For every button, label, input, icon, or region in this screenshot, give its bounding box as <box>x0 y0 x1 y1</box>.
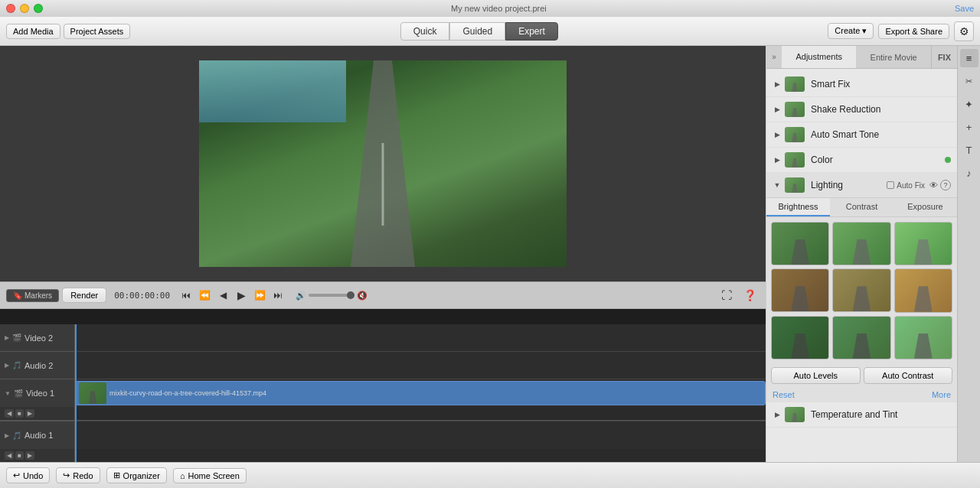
create-button[interactable]: Create ▾ <box>828 23 874 39</box>
auto-fix-checkbox[interactable] <box>887 181 894 189</box>
preset-1[interactable] <box>771 222 829 265</box>
auto-levels-button[interactable]: Auto Levels <box>771 367 861 384</box>
undo-button[interactable]: ↩ Undo <box>6 467 50 483</box>
close-button[interactable] <box>6 4 15 13</box>
expert-mode-button[interactable]: Expert <box>505 22 558 41</box>
bottombar: ↩ Undo ↪ Redo ⊞ Organizer ⌂ Home Screen <box>0 462 980 488</box>
track-label-audio2[interactable]: ▶ 🎵 Audio 2 <box>0 352 74 379</box>
project-assets-button[interactable]: Project Assets <box>64 24 131 39</box>
preset-3[interactable] <box>894 222 952 265</box>
track-label-audio1[interactable]: ▶ 🎵 Audio 1 <box>0 421 74 449</box>
audio1-sub-controls: ◀ ■ ▶ <box>0 449 74 462</box>
rewind-button[interactable]: ◀ <box>214 287 231 304</box>
guided-mode-button[interactable]: Guided <box>449 22 505 41</box>
tab-entire-movie[interactable]: Entire Movie <box>856 46 930 68</box>
expand-auto-smart-tone[interactable]: ▶ <box>773 130 782 139</box>
save-button[interactable]: Save <box>955 4 974 13</box>
expand-temperature-tint[interactable]: ▶ <box>773 410 782 419</box>
tab-exposure[interactable]: Exposure <box>893 198 957 216</box>
eye-icon[interactable]: 👁 <box>929 181 938 190</box>
goto-start-button[interactable]: ⏮ <box>178 287 194 304</box>
organizer-button[interactable]: ⊞ Organizer <box>106 467 167 483</box>
adj-item-temperature-tint[interactable]: ▶ Temperature and Tint <box>766 402 957 428</box>
lighting-icon <box>785 177 805 193</box>
add-media-button[interactable]: Add Media <box>6 24 60 39</box>
edit-side-icon[interactable]: ✂ <box>960 72 978 90</box>
goto-end-button[interactable]: ⏭ <box>270 287 286 304</box>
markers-button[interactable]: 🔖 Markers <box>6 289 59 302</box>
video1-sub-mid[interactable]: ■ <box>15 409 24 418</box>
color-label: Color <box>811 155 945 165</box>
adj-item-auto-smart-tone[interactable]: ▶ Auto Smart Tone <box>766 122 957 148</box>
adj-item-color[interactable]: ▶ Color <box>766 148 957 173</box>
volume-slider[interactable] <box>309 294 354 297</box>
text-side-icon[interactable]: T <box>960 141 978 159</box>
video1-clip[interactable]: mixkit-curvy-road-on-a-tree-covered-hill… <box>75 381 766 405</box>
reset-link[interactable]: Reset <box>773 390 795 399</box>
timeline-area: 00:00:00:00 00:00:00:06 00:00:00:12 00:0… <box>0 309 766 462</box>
track-row-audio1 <box>75 421 766 449</box>
playhead[interactable] <box>75 324 77 462</box>
audio1-sub-right[interactable]: ▶ <box>25 451 34 460</box>
lighting-help-icon[interactable]: ? <box>940 180 951 190</box>
app: My new video project.prei Save Add Media… <box>0 0 980 488</box>
tab-brightness[interactable]: Brightness <box>766 198 830 216</box>
audio1-icon: 🎵 <box>12 431 21 440</box>
export-share-button[interactable]: Export & Share <box>878 24 949 39</box>
preset-4[interactable] <box>771 268 829 312</box>
help-icon[interactable]: ❓ <box>740 285 760 305</box>
track-label-video1[interactable]: ▼ 🎬 Video 1 <box>0 379 74 407</box>
preset-9[interactable] <box>894 316 952 359</box>
maximize-button[interactable] <box>34 4 43 13</box>
tab-adjustments[interactable]: Adjustments <box>782 46 856 68</box>
color-icon <box>785 152 805 168</box>
adjustments-list: ▶ Smart Fix ▶ Shake Reduction ▶ <box>766 69 957 462</box>
fast-forward-button[interactable]: ⏩ <box>251 287 268 304</box>
adjustments-side-icon[interactable]: ≡ <box>960 49 978 67</box>
audio1-sub-left[interactable]: ◀ <box>5 451 14 460</box>
preset-scene-9 <box>895 317 952 359</box>
expand-shake-reduction[interactable]: ▶ <box>773 105 782 114</box>
expand-lighting[interactable]: ▼ <box>773 181 782 190</box>
fix-button[interactable]: FIX <box>931 46 957 68</box>
audio1-sub-mid[interactable]: ■ <box>15 451 24 460</box>
right-panel: » Adjustments Entire Movie FIX ▶ Smart F <box>766 46 957 462</box>
step-back-button[interactable]: ⏪ <box>196 287 213 304</box>
home-screen-button[interactable]: ⌂ Home Screen <box>173 468 247 483</box>
preset-road-9 <box>912 333 935 359</box>
tracks-area: ▶ 🎬 Video 2 ▶ 🎵 Audio 2 <box>0 324 766 462</box>
preset-2[interactable] <box>832 222 890 265</box>
redo-button[interactable]: ↪ Redo <box>56 467 100 483</box>
preset-6[interactable] <box>894 268 952 312</box>
preset-scene-1 <box>772 223 828 265</box>
tab-contrast[interactable]: Contrast <box>830 198 893 216</box>
expand-color[interactable]: ▶ <box>773 155 782 164</box>
video1-sub-controls: ◀ ■ ▶ <box>0 407 74 421</box>
expand-icon: ▶ <box>5 362 9 369</box>
mode-selector: Quick Guided Expert <box>133 22 825 41</box>
quick-mode-button[interactable]: Quick <box>400 22 450 41</box>
video1-sub-right[interactable]: ▶ <box>25 409 34 418</box>
panel-collapse-button[interactable]: » <box>766 46 782 68</box>
marker-area: 🔖 Markers <box>6 289 59 302</box>
render-button[interactable]: Render <box>62 288 106 303</box>
lighting-tabs: Brightness Contrast Exposure <box>766 198 957 217</box>
preset-5[interactable] <box>832 268 890 312</box>
video1-sub-left[interactable]: ◀ <box>5 409 14 418</box>
more-link[interactable]: More <box>932 390 951 399</box>
lighting-road <box>791 184 798 193</box>
full-screen-icon[interactable]: ⛶ <box>717 285 737 305</box>
adj-item-smart-fix[interactable]: ▶ Smart Fix <box>766 72 957 97</box>
adj-item-shake-reduction[interactable]: ▶ Shake Reduction <box>766 97 957 122</box>
play-button[interactable]: ▶ <box>233 287 250 304</box>
expand-smart-fix[interactable]: ▶ <box>773 80 782 89</box>
audio-side-icon[interactable]: ♪ <box>960 164 978 182</box>
auto-contrast-button[interactable]: Auto Contrast <box>864 367 953 384</box>
track-label-video2[interactable]: ▶ 🎬 Video 2 <box>0 324 74 352</box>
add-side-icon[interactable]: + <box>960 118 978 136</box>
settings-icon[interactable]: ⚙ <box>954 21 974 41</box>
preset-8[interactable] <box>832 316 890 359</box>
preset-7[interactable] <box>771 316 829 359</box>
effects-side-icon[interactable]: ✦ <box>960 95 978 113</box>
minimize-button[interactable] <box>20 4 29 13</box>
